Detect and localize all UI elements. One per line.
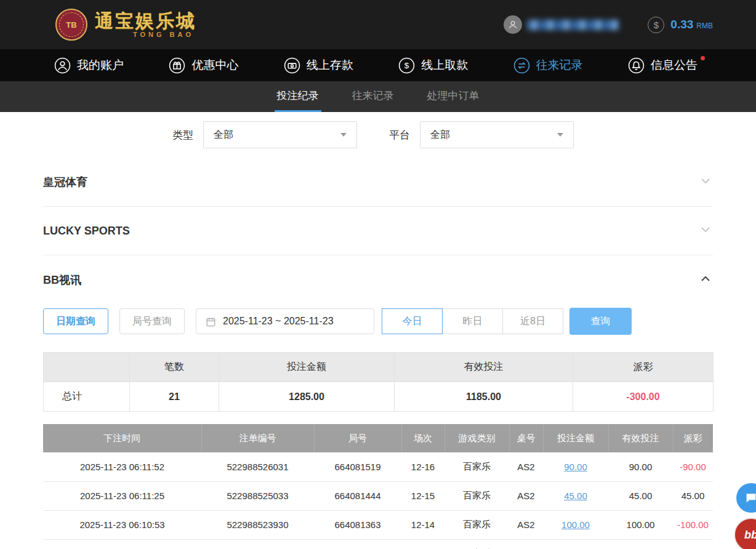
cell-payout: -100.00: [673, 539, 713, 549]
date-range-input[interactable]: 2025-11-23 ~ 2025-11-23: [196, 308, 374, 334]
table-row: 2025-11-23 06:11:25522988525033664081444…: [43, 481, 713, 510]
section-bb-video[interactable]: BB视讯: [43, 255, 713, 304]
header-session: 场次: [401, 424, 444, 452]
balance-currency: RMB: [696, 22, 713, 30]
cell-game: 百家乐: [444, 539, 509, 549]
cell-valid: 100.00: [608, 539, 673, 549]
gift-icon: [169, 57, 185, 74]
header-payout: 派彩: [673, 424, 713, 452]
date-query-button[interactable]: 日期查询: [43, 308, 108, 334]
username-redacted: [527, 20, 619, 30]
cell-order: 522988526031: [201, 452, 314, 481]
svg-text:$: $: [404, 61, 409, 70]
round-query-button[interactable]: 局号查询: [119, 308, 185, 334]
balance-icon: $: [648, 17, 664, 33]
nav-item-withdraw[interactable]: $ 线上取款: [398, 57, 468, 74]
cell-payout: 45.00: [673, 481, 713, 510]
tab-transaction-records[interactable]: 往来记录: [350, 81, 396, 112]
last8days-button[interactable]: 近8日: [502, 308, 563, 334]
nav-item-promotions[interactable]: 优惠中心: [169, 57, 238, 74]
summary-bet-amount: 1285.00: [219, 382, 395, 412]
balance-amount: 0.33: [670, 18, 693, 31]
bet-amount-link[interactable]: 100.00: [561, 519, 590, 530]
site-logo[interactable]: TB 通宝娱乐城 TONG BAO: [55, 9, 196, 41]
cell-time: 2025-11-23 06:10:19: [43, 539, 201, 549]
cell-time: 2025-11-23 06:11:52: [43, 452, 201, 481]
deposit-icon: [284, 57, 300, 74]
bb-query-controls: 日期查询 局号查询 2025-11-23 ~ 2025-11-23 今日 昨日 …: [43, 308, 713, 335]
type-filter-label: 类型: [172, 128, 193, 142]
cell-table: AS2: [509, 452, 543, 481]
cell-order: 522988525033: [201, 481, 314, 510]
records-icon: [513, 57, 530, 74]
logo-chip-icon: TB: [55, 9, 87, 41]
table-header-row: 下注时间 注单编号 局号 场次 游戏类别 桌号 投注金额 有效投注 派彩: [43, 424, 713, 452]
chevron-up-icon: [698, 271, 713, 289]
platform-select[interactable]: 全部: [420, 121, 574, 148]
tab-pending-orders[interactable]: 处理中订单: [425, 81, 482, 112]
summary-header-blank: [44, 353, 130, 382]
header-time: 下注时间: [43, 424, 201, 452]
cell-game: 百家乐: [444, 481, 509, 510]
tab-betting-records[interactable]: 投注纪录: [275, 81, 321, 112]
user-avatar-icon[interactable]: [504, 15, 522, 34]
cell-session: 12-13: [401, 539, 444, 549]
chevron-down-icon: [557, 133, 563, 137]
chevron-down-icon: [698, 222, 713, 239]
bet-amount-link[interactable]: 90.00: [564, 462, 587, 472]
header-round: 局号: [314, 424, 401, 452]
type-select[interactable]: 全部: [203, 121, 357, 148]
top-header: TB 通宝娱乐城 TONG BAO $ 0.33 RMB: [0, 0, 756, 49]
header-bet-amount: 投注金额: [543, 424, 608, 452]
summary-header-bet: 投注金额: [219, 353, 395, 382]
cell-order: 522988522852: [201, 539, 314, 549]
header-game-type: 游戏类别: [444, 424, 509, 452]
summary-valid-bet: 1185.00: [395, 382, 573, 412]
table-row: 2025-11-23 06:10:53522988523930664081363…: [43, 510, 713, 539]
header-valid-bet: 有效投注: [608, 424, 673, 452]
cell-valid: 45.00: [608, 481, 673, 510]
section-lucky-sports[interactable]: LUCKY SPORTS: [43, 207, 713, 255]
summary-total-label: 总计: [44, 382, 130, 412]
summary-table: 笔数 投注金额 有效投注 派彩 总计 21 1285.00 1185.00 -3…: [43, 352, 714, 412]
cell-payout: -100.00: [673, 510, 713, 539]
cell-round: 664081363: [314, 510, 401, 539]
main-nav: 我的账户 优惠中心 线上存款 $ 线上取款 往来记录 信息公告: [0, 49, 756, 81]
bell-icon: [628, 57, 645, 74]
yesterday-button[interactable]: 昨日: [442, 308, 503, 334]
today-button[interactable]: 今日: [382, 308, 443, 334]
header-order: 注单编号: [201, 424, 314, 452]
summary-header-valid: 有效投注: [395, 353, 573, 382]
cell-table: AS2: [509, 510, 543, 539]
search-button[interactable]: 查询: [569, 308, 632, 335]
table-row: 2025-11-23 06:11:52522988526031664081519…: [43, 452, 713, 481]
platform-filter-label: 平台: [389, 128, 410, 142]
nav-item-deposit[interactable]: 线上存款: [284, 57, 353, 74]
section-crown-sports[interactable]: 皇冠体育: [43, 158, 713, 207]
cell-session: 12-14: [401, 510, 444, 539]
cell-valid: 100.00: [608, 510, 673, 539]
cell-time: 2025-11-23 06:10:53: [43, 510, 201, 539]
cell-session: 12-16: [401, 452, 444, 481]
cell-round: 664081519: [314, 452, 401, 481]
bet-amount-link[interactable]: 45.00: [564, 491, 587, 501]
calendar-icon: [205, 316, 217, 327]
filter-row: 类型 全部 平台 全部: [43, 121, 713, 148]
cell-bet: 90.00: [543, 452, 608, 481]
nav-item-records[interactable]: 往来记录: [513, 57, 583, 74]
cell-table: AS2: [509, 481, 543, 510]
cell-bet: 45.00: [543, 481, 608, 510]
nav-item-announcements[interactable]: 信息公告: [628, 57, 698, 74]
cell-payout: -90.00: [673, 452, 713, 481]
record-tabs: 投注纪录 往来记录 处理中订单: [0, 81, 756, 112]
cell-round: 664081269: [314, 539, 401, 549]
cell-bet: 100.00: [543, 510, 608, 539]
chevron-down-icon: [698, 174, 713, 191]
withdraw-icon: $: [398, 57, 415, 74]
cell-round: 664081444: [314, 481, 401, 510]
summary-header-count: 笔数: [130, 353, 219, 382]
nav-item-my-account[interactable]: 我的账户: [54, 57, 124, 74]
chat-icon: [744, 491, 756, 505]
summary-payout: -300.00: [573, 382, 714, 412]
summary-count: 21: [130, 382, 219, 412]
